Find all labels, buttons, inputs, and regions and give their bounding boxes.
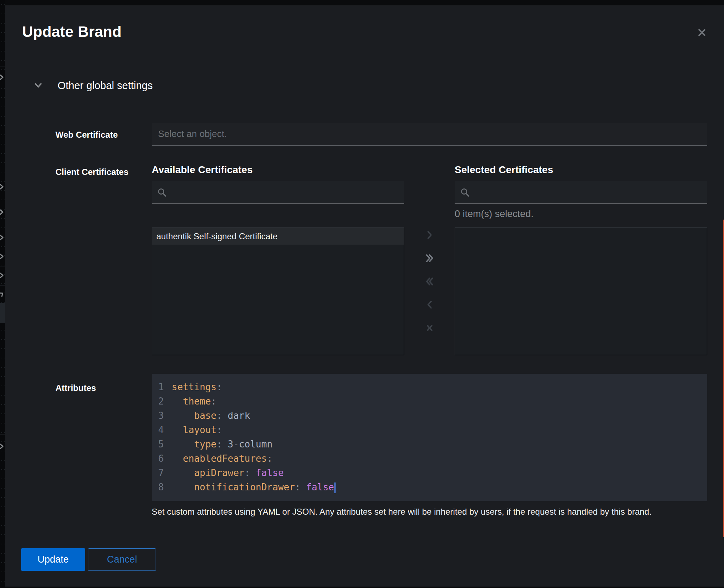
selected-certificates-heading: Selected Certificates [455,164,707,181]
sidebar-active-item-fragment [0,303,5,323]
cross-icon [425,323,434,333]
angle-double-right-icon [425,254,434,263]
angle-double-left-icon [425,277,434,286]
web-certificate-select[interactable] [152,123,707,146]
code-line: 3 base: dark [152,408,707,423]
web-certificate-label: Web Certificate [55,123,152,146]
sidebar-chevron-fragment-icon [0,74,5,81]
update-brand-modal: Update Brand Other global settings Web C… [5,5,724,587]
sidebar-chevron-fragment-icon [0,234,5,241]
add-all-button[interactable] [422,250,437,266]
page-title: Update Brand [22,23,724,40]
selected-count-status: 0 item(s) selected. [455,204,707,227]
sidebar-chevron-fragment-icon [0,183,5,190]
list-item[interactable]: authentik Self-signed Certificate [152,228,404,245]
remove-selected-button[interactable] [422,297,437,313]
sidebar-chevron-fragment-icon [0,209,5,216]
sidebar-divider [0,434,5,435]
selected-search-input[interactable] [475,187,701,198]
sidebar-divider [0,67,5,67]
client-certificates-label: Client Certificates [55,164,152,355]
attributes-label: Attributes [55,374,152,517]
sidebar-divider [0,461,5,461]
code-line: 5 type: 3-column [152,437,707,451]
code-line: 1settings: [152,380,707,394]
search-icon [157,188,167,197]
text-cursor [334,482,336,493]
remove-all-button[interactable] [422,274,437,289]
angle-left-icon [425,300,434,309]
dual-list-controls [404,164,455,355]
chevron-down-icon [34,81,43,90]
sidebar-divider [0,285,5,286]
search-icon [460,188,470,197]
section-label: Other global settings [58,80,153,92]
code-line: 8 notificationDrawer: false [152,480,707,494]
available-search [152,181,404,204]
available-certificates-heading: Available Certificates [152,164,404,181]
code-line: 2 theme: [152,394,707,408]
code-line: 7 apiDrawer: false [152,466,707,480]
sidebar-divider [0,247,5,247]
close-icon[interactable] [695,25,709,40]
sidebar-divider [0,266,5,266]
sidebar-chevron-fragment-icon [0,443,5,450]
clear-button[interactable] [422,320,437,336]
sidebar-chevron-fragment-icon [0,253,5,260]
update-button[interactable]: Update [21,548,85,571]
code-line: 4 layout: [152,423,707,437]
available-certificates-list: authentik Self-signed Certificate [152,227,404,355]
code-line: 6 enabledFeatures: [152,451,707,466]
attributes-code-editor[interactable]: 1settings:2 theme:3 base: dark4 layout:5… [152,374,707,501]
attributes-help-text: Set custom attributes using YAML or JSON… [152,507,707,517]
available-status-spacer [152,204,404,227]
selected-search [455,181,707,204]
angle-right-icon [425,230,434,240]
background-page-edge [0,0,5,588]
selected-certificates-list [455,227,707,355]
section-toggle-other-global-settings[interactable]: Other global settings [34,79,724,92]
sidebar-check-fragment-icon [0,289,5,299]
sidebar-chevron-fragment-icon [0,272,5,279]
add-selected-button[interactable] [422,227,437,243]
cancel-button[interactable]: Cancel [88,548,156,571]
available-search-input[interactable] [172,187,398,198]
